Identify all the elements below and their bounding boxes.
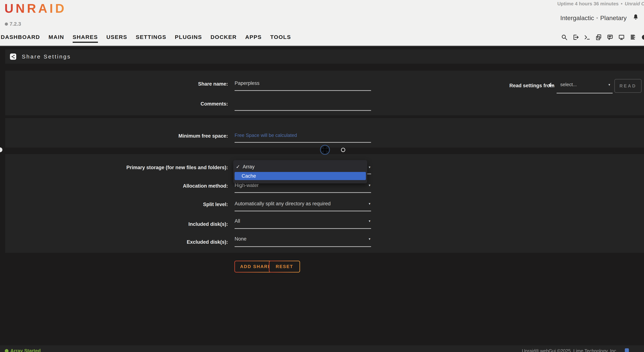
server-line: Intergalactic • Planetary bbox=[560, 14, 644, 22]
copyright-text: Unraid® webGui ©2025, Lime Technology, I… bbox=[522, 348, 618, 352]
server-description: Planetary bbox=[600, 14, 627, 22]
move-cursor-icon bbox=[320, 144, 330, 155]
split-level-label: Split level: bbox=[0, 202, 228, 207]
nav-plugins[interactable]: PLUGINS bbox=[175, 34, 202, 43]
nav-settings[interactable]: SETTINGS bbox=[136, 34, 166, 43]
dropdown-option-array[interactable]: ✓Array bbox=[236, 164, 254, 170]
read-select-caret-icon[interactable]: ▼ bbox=[608, 83, 611, 86]
share-name-underline bbox=[234, 90, 371, 91]
notifications-bell-icon[interactable] bbox=[632, 14, 639, 22]
pointer-ring-icon bbox=[341, 148, 345, 152]
nav-apps[interactable]: APPS bbox=[245, 34, 262, 43]
nav-shares[interactable]: SHARES bbox=[73, 34, 98, 43]
section-share-identity bbox=[5, 71, 644, 115]
copy-icon[interactable] bbox=[595, 34, 602, 40]
check-icon: ✓ bbox=[236, 164, 240, 170]
min-free-space-label: Minimum free space: bbox=[0, 133, 228, 139]
profile-circle-icon[interactable] bbox=[641, 34, 644, 40]
reset-button-label: RESET bbox=[270, 261, 300, 272]
excluded-disks-select[interactable]: None bbox=[234, 236, 246, 242]
search-icon[interactable] bbox=[561, 34, 568, 40]
reset-button[interactable]: RESET bbox=[269, 261, 300, 272]
server-name[interactable]: Intergalactic bbox=[560, 14, 594, 22]
share-name-label: Share name: bbox=[0, 81, 228, 87]
uptime-text: Uptime 4 hours 36 minutes bbox=[557, 1, 618, 6]
array-status-text: Array Started bbox=[10, 348, 41, 352]
read-settings-label: Read settings from bbox=[509, 83, 554, 88]
monitor-icon[interactable] bbox=[618, 34, 625, 40]
included-disks-underline bbox=[234, 228, 371, 229]
nav-main[interactable]: MAIN bbox=[48, 34, 64, 43]
primary-storage-caret-icon[interactable]: ▼ bbox=[368, 166, 371, 169]
share-settings-icon[interactable] bbox=[10, 54, 16, 60]
included-disks-caret-icon[interactable]: ▼ bbox=[368, 220, 371, 223]
footer-bar: Array Started Unraid® webGui ©2025, Lime… bbox=[0, 345, 644, 352]
included-disks-label: Included disk(s): bbox=[0, 222, 228, 227]
separator-bullet: • bbox=[618, 1, 625, 6]
allocation-caret-icon[interactable]: ▼ bbox=[368, 184, 371, 187]
read-settings-select[interactable]: select... bbox=[560, 82, 577, 88]
excluded-disks-underline bbox=[234, 246, 371, 247]
comments-label: Comments: bbox=[0, 101, 228, 107]
page-title: Share Settings bbox=[22, 54, 71, 60]
arrow-left-icon bbox=[548, 82, 554, 88]
primary-storage-label: Primary storage (for new files and folde… bbox=[0, 165, 228, 170]
separator-bullet: • bbox=[594, 15, 600, 21]
excluded-disks-label: Excluded disk(s): bbox=[0, 239, 228, 245]
read-button[interactable]: READ bbox=[614, 79, 642, 93]
footer-link-icon[interactable] bbox=[625, 348, 629, 352]
page-title-bar: Share Settings bbox=[5, 50, 644, 64]
nav-docker[interactable]: DOCKER bbox=[210, 34, 236, 43]
share-name-input[interactable]: Paperpless bbox=[234, 80, 260, 86]
version-badge: 7.2.3 bbox=[5, 21, 21, 27]
min-free-space-input[interactable]: Free Space will be calculated bbox=[234, 132, 297, 138]
split-level-select[interactable]: Automatically split any directory as req… bbox=[234, 201, 331, 206]
nav-dashboard[interactable]: DASHBOARD bbox=[1, 34, 40, 43]
allocation-method-label: Allocation method: bbox=[0, 183, 228, 189]
main-nav: DASHBOARD MAIN SHARES USERS SETTINGS PLU… bbox=[1, 34, 291, 43]
primary-storage-dropdown: ✓Array Cache bbox=[233, 160, 367, 184]
terminal-icon[interactable] bbox=[584, 34, 590, 40]
top-header: UNRAID 7.2.3 Uptime 4 hours 36 minutes•U… bbox=[0, 0, 644, 46]
version-dot-icon bbox=[5, 22, 8, 26]
included-disks-select[interactable]: All bbox=[234, 218, 240, 224]
array-status-dot-icon bbox=[5, 349, 8, 352]
split-level-underline bbox=[234, 211, 371, 212]
os-edition: Unraid OS Starter bbox=[625, 1, 644, 6]
allocation-underline bbox=[234, 192, 371, 193]
split-level-caret-icon[interactable]: ▼ bbox=[368, 202, 371, 206]
unraid-logo: UNRAID bbox=[4, 1, 66, 16]
toolbar-icons bbox=[561, 34, 644, 40]
dropdown-option-cache[interactable]: Cache bbox=[234, 172, 366, 180]
log-icon[interactable] bbox=[630, 34, 636, 40]
read-select-underline bbox=[556, 93, 613, 94]
nav-users[interactable]: USERS bbox=[106, 34, 127, 43]
comments-underline bbox=[234, 110, 371, 111]
uptime-line: Uptime 4 hours 36 minutes•Unraid OS Star… bbox=[557, 1, 644, 7]
nav-tools[interactable]: TOOLS bbox=[270, 34, 291, 43]
left-edge-dot bbox=[0, 148, 2, 152]
sign-out-icon[interactable] bbox=[572, 34, 579, 40]
version-number: 7.2.3 bbox=[10, 21, 21, 27]
dropdown-option-label: Cache bbox=[242, 173, 256, 179]
min-free-space-underline bbox=[234, 142, 371, 143]
excluded-disks-caret-icon[interactable]: ▼ bbox=[368, 238, 371, 241]
section-free-space bbox=[5, 118, 644, 148]
feedback-icon[interactable] bbox=[607, 34, 614, 40]
dropdown-option-label: Array bbox=[243, 164, 255, 170]
array-status[interactable]: Array Started bbox=[5, 348, 41, 352]
